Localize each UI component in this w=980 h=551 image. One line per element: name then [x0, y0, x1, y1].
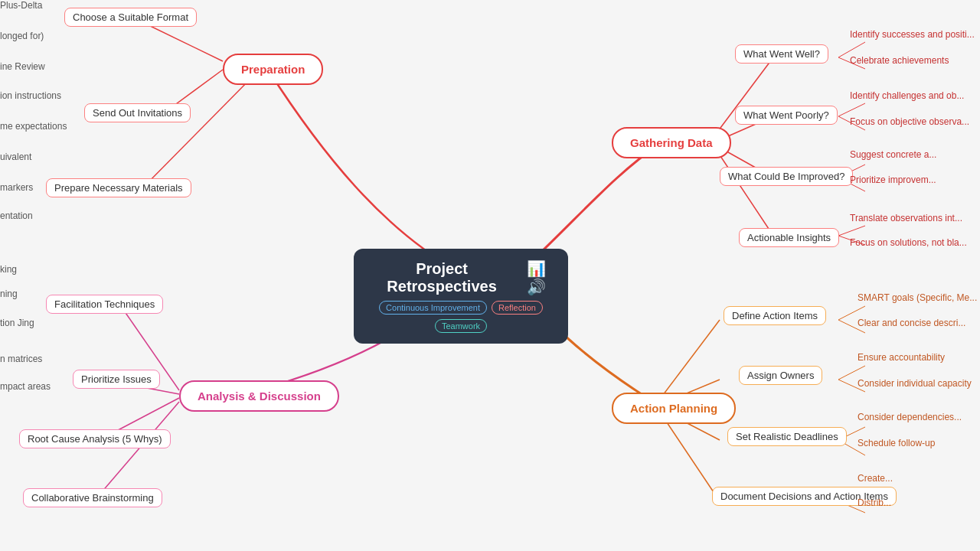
left-ning: ning: [0, 289, 18, 299]
tag-teamwork: Teamwork: [435, 319, 487, 333]
focus-objective-leaf: Focus on objective observa...: [850, 116, 969, 127]
create-documentation-leaf: Create...: [858, 473, 893, 484]
gathering-data-node[interactable]: Gathering Data: [612, 127, 731, 158]
prioritize-issues-node: Prioritize Issues: [73, 370, 160, 389]
svg-line-17: [838, 103, 865, 116]
left-me-expectations: me expectations: [0, 121, 67, 132]
central-node: Project Retrospectives 📊🔊 Continuous Imp…: [354, 249, 568, 344]
gathering-label: Gathering Data: [630, 136, 713, 149]
left-tion-jing: tion Jing: [0, 318, 34, 328]
prepare-materials-node: Prepare Necessary Materials: [46, 178, 191, 197]
facilitation-techniques-node: Facilitation Techniques: [46, 295, 163, 314]
analysis-discussion-node[interactable]: Analysis & Discussion: [179, 380, 339, 412]
clear-concise-leaf: Clear and concise descri...: [858, 318, 965, 328]
suggest-concrete-leaf: Suggest concrete a...: [850, 149, 936, 160]
central-emoji: 📊🔊: [519, 259, 553, 296]
set-realistic-deadlines-node: Set Realistic Deadlines: [727, 427, 847, 446]
what-went-poorly-node: What Went Poorly?: [735, 106, 838, 125]
left-ine-review: ine Review: [0, 61, 45, 72]
action-label: Action Planning: [630, 402, 717, 415]
action-planning-node[interactable]: Action Planning: [612, 393, 736, 424]
smart-goals-leaf: SMART goals (Specific, Me...: [858, 292, 977, 303]
focus-solutions-leaf: Focus on solutions, not bla...: [850, 237, 967, 248]
central-title-text: Project Retrospectives: [369, 260, 514, 295]
identify-successes-leaf: Identify successes and positi...: [850, 29, 975, 40]
tag-reflection: Reflection: [492, 301, 543, 315]
identify-challenges-leaf: Identify challenges and ob...: [850, 90, 964, 101]
collaborative-brainstorming-node: Collaborative Brainstorming: [23, 488, 162, 507]
assign-owners-node: Assign Owners: [739, 366, 822, 385]
svg-line-6: [716, 149, 773, 236]
send-invitations-node: Send Out Invitations: [84, 103, 191, 122]
schedule-followup-leaf: Schedule follow-up: [858, 438, 935, 448]
distribute-team-leaf: Distrib...: [858, 497, 891, 508]
left-n-matrices: n matrices: [0, 354, 42, 364]
preparation-label: Preparation: [241, 63, 305, 76]
what-could-be-improved-node: What Could Be Improved?: [720, 167, 853, 186]
left-longed-for: longed for): [0, 31, 44, 41]
left-king: king: [0, 264, 17, 275]
svg-line-11: [661, 320, 720, 398]
left-plus-delta: Plus-Delta: [0, 0, 42, 11]
ensure-accountability-leaf: Ensure accountability: [858, 352, 945, 363]
left-uivalent: uivalent: [0, 152, 31, 162]
preparation-node[interactable]: Preparation: [223, 54, 323, 85]
consider-individual-capacity-leaf: Consider individual capacity: [858, 378, 972, 389]
left-mpact-areas: mpact areas: [0, 381, 51, 392]
svg-line-14: [661, 413, 720, 501]
what-went-well-node: What Went Well?: [735, 44, 828, 64]
svg-line-21: [838, 226, 865, 236]
left-ion-instructions: ion instructions: [0, 90, 61, 101]
central-tags: Continuous Improvement Reflection Teamwo…: [369, 301, 553, 333]
define-action-items-node: Define Action Items: [724, 306, 826, 325]
left-markers: markers: [0, 182, 33, 193]
left-entation: entation: [0, 210, 33, 221]
consider-dependencies-leaf: Consider dependencies...: [858, 412, 962, 422]
translate-observations-leaf: Translate observations int...: [850, 213, 962, 223]
tag-continuous-improvement: Continuous Improvement: [379, 301, 487, 315]
choose-format-node: Choose a Suitable Format: [64, 8, 197, 27]
svg-line-2: [137, 77, 253, 194]
celebrate-achievements-leaf: Celebrate achievements: [850, 55, 949, 66]
central-title: Project Retrospectives 📊🔊: [369, 259, 553, 296]
actionable-insights-node: Actionable Insights: [739, 228, 839, 247]
analysis-label: Analysis & Discussion: [198, 390, 321, 403]
svg-line-0: [144, 23, 223, 61]
prioritize-improvements-leaf: Prioritize improvem...: [850, 174, 936, 185]
root-cause-analysis-node: Root Cause Analysis (5 Whys): [19, 429, 171, 448]
